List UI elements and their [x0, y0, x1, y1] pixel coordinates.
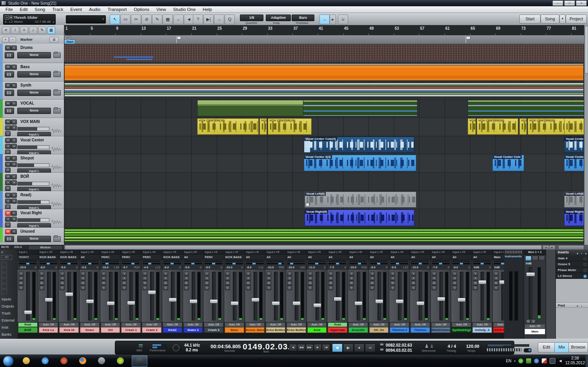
- channel-solo-button[interactable]: s: [494, 286, 499, 290]
- mixer-sidebar-instr[interactable]: Instr.: [0, 325, 18, 329]
- mixer-channel-echo-bottles[interactable]: Input L+RAll-10.0L50●◄msAuto: OffEcho Bo…: [286, 249, 307, 339]
- channel-bus-label[interactable]: All: [348, 255, 368, 260]
- channel-fader[interactable]: [416, 301, 425, 306]
- maximize-button[interactable]: □: [564, 0, 575, 6]
- menu-edit[interactable]: Edit: [16, 7, 31, 12]
- stop-button[interactable]: ■: [332, 343, 343, 352]
- track-preset-dropdown[interactable]: None: [17, 236, 51, 242]
- channel-name-label[interactable]: Crash 2: [142, 327, 162, 333]
- track-record-button[interactable]: ●: [5, 217, 11, 222]
- channel-mute-button[interactable]: m: [473, 281, 478, 286]
- channel-automation-mode[interactable]: Auto: Off: [225, 322, 244, 327]
- track-meter-button[interactable]: [5, 108, 14, 114]
- mixer-channel-tibetron[interactable]: Input L+RAll-10.00●◄msAuto: OffTibetron: [410, 249, 431, 339]
- channel-solo-button[interactable]: s: [80, 286, 85, 290]
- channel-name-label[interactable]: Snare: [80, 327, 100, 333]
- mixer-sidebar-trash[interactable]: Trash: [0, 311, 18, 315]
- channel-solo-button[interactable]: s: [163, 286, 168, 290]
- channel-solo-button[interactable]: s: [101, 286, 106, 290]
- channel-bus-label[interactable]: KICK BASS: [162, 255, 183, 260]
- system-clock[interactable]: 2:38 12.05.2012: [565, 356, 585, 365]
- channel-automation-mode[interactable]: Auto: Off: [307, 322, 327, 327]
- folder-icon[interactable]: [53, 72, 61, 77]
- insert-power-icon[interactable]: [583, 263, 587, 266]
- track-record-button[interactable]: ●: [5, 199, 11, 204]
- channel-bus-label[interactable]: All: [307, 255, 327, 260]
- autoscroll-option-button[interactable]: ▸: [330, 14, 336, 24]
- channel-pan-slider[interactable]: [349, 263, 367, 264]
- channel-pan-slider[interactable]: [370, 263, 388, 264]
- channel-monitor-button[interactable]: ◄: [142, 276, 147, 281]
- channel-solo-button[interactable]: s: [328, 286, 333, 290]
- channel-bus-label[interactable]: All: [472, 255, 492, 260]
- audio-clip[interactable]: VOX CENTER(20): [528, 118, 565, 135]
- main-output-strip[interactable]: Mon 1 + 2 0dB m s Auto: Off Main: [524, 249, 546, 339]
- channel-fader[interactable]: [478, 280, 486, 284]
- menu-audio[interactable]: Audio: [85, 7, 104, 12]
- timeline-ruler[interactable]: ≡i+♪✎▦ 159131721252933374145495357616569…: [0, 25, 588, 35]
- channel-pan-slider[interactable]: [246, 263, 264, 264]
- channel-automation-mode[interactable]: Auto: Off: [163, 322, 182, 327]
- remove-marker-button[interactable]: −: [9, 37, 16, 43]
- channel-name-label[interactable]: OH: [101, 327, 120, 333]
- channel-solo-button[interactable]: s: [142, 286, 147, 290]
- loop-start-value[interactable]: 0082.02.02.63: [386, 343, 412, 347]
- main-solo-button[interactable]: s: [531, 319, 536, 324]
- mixer-channel-echo-bottles[interactable]: Input L+RAll-10.0R50●◄msAuto: OffEcho Bo…: [265, 249, 286, 339]
- return-to-start-button[interactable]: |◀: [322, 344, 330, 351]
- play-button[interactable]: ▶: [343, 343, 354, 352]
- keyboard-panel-button[interactable]: ⌸: [338, 14, 348, 24]
- channel-fader[interactable]: [334, 297, 342, 301]
- channel-monitor-button[interactable]: ◄: [452, 276, 457, 281]
- post-add-icon[interactable]: +: [581, 304, 583, 309]
- channel-automation-mode[interactable]: Auto: Off: [59, 322, 79, 327]
- track-solo-button[interactable]: s: [11, 138, 17, 143]
- channel-mute-button[interactable]: m: [287, 281, 292, 286]
- channel-fader[interactable]: [396, 299, 404, 304]
- project-page-button[interactable]: Project: [566, 14, 587, 24]
- channel-bus-label[interactable]: PERC: [100, 255, 121, 260]
- channel-automation-mode[interactable]: Auto: Off: [348, 322, 368, 327]
- audio-clip[interactable]: VOX CENTER(20): [519, 118, 527, 135]
- track-monitor-button[interactable]: ◄: [11, 125, 17, 130]
- audio-clip[interactable]: Vocal Left(8): [305, 192, 416, 208]
- channel-record-button[interactable]: ●: [494, 271, 499, 276]
- channel-name-label[interactable]: Hit_Gs: [369, 327, 389, 333]
- channel-fader[interactable]: [210, 299, 218, 304]
- marker-list-button[interactable]: ≣: [49, 37, 59, 43]
- channel-automation-mode[interactable]: Read: [18, 322, 38, 327]
- time-display[interactable]: 00:04:56.805: [211, 343, 241, 349]
- track-meter-button[interactable]: [5, 52, 14, 58]
- channel-mute-button[interactable]: m: [308, 281, 313, 286]
- channel-monitor-button[interactable]: ◄: [101, 276, 106, 281]
- menu-transport[interactable]: Transport: [104, 7, 130, 12]
- channel-bus-label[interactable]: PERC: [142, 255, 162, 260]
- precount-icon[interactable]: [430, 343, 434, 348]
- channel-pan-slider[interactable]: [163, 263, 181, 264]
- channel-record-button[interactable]: ●: [432, 271, 437, 276]
- sidebar-icon[interactable]: [2, 268, 7, 272]
- channel-solo-button[interactable]: s: [246, 286, 251, 290]
- menu-options[interactable]: Options: [130, 7, 153, 12]
- channel-solo-button[interactable]: s: [349, 286, 354, 290]
- folder-icon[interactable]: [53, 236, 61, 242]
- metronome-icon[interactable]: [425, 343, 428, 348]
- mixer-sidebar-inputs[interactable]: Inputs: [0, 297, 18, 301]
- insert-power-icon[interactable]: [583, 275, 587, 278]
- channel-bus-label[interactable]: All: [327, 255, 348, 260]
- network-icon[interactable]: [550, 358, 555, 364]
- channel-name-label[interactable]: Tibetron-2: [390, 327, 409, 333]
- macro-control[interactable]: A ✱ Thresh Slider 4 - L2 Stereo -12.7 dB…: [3, 14, 56, 25]
- channel-solo-button[interactable]: s: [266, 286, 271, 290]
- channel-name-label[interactable]: Synthstring1: [452, 327, 471, 333]
- track-record-button[interactable]: ●: [5, 162, 11, 167]
- track-record-button[interactable]: ●: [5, 144, 11, 149]
- channel-pan-slider[interactable]: [473, 263, 491, 264]
- minimize-button[interactable]: –: [552, 0, 563, 6]
- channel-pan-slider[interactable]: [308, 263, 326, 264]
- track-header-vocal[interactable]: msVOCALNone: [0, 99, 64, 118]
- channel-record-button[interactable]: ●: [80, 271, 85, 276]
- track-volume-slider[interactable]: [17, 218, 49, 222]
- channel-name-label[interactable]: Kick Lo: [39, 327, 58, 333]
- channel-fader[interactable]: [127, 301, 135, 305]
